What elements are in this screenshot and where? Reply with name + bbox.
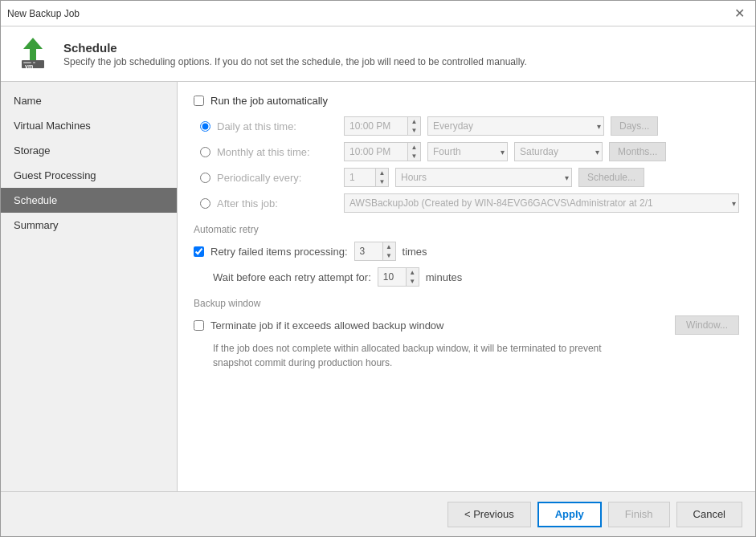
periodic-value-up[interactable]: ▲ [376, 169, 388, 177]
wait-value-spinner[interactable]: ▲ ▼ [407, 267, 419, 287]
daily-time-up[interactable]: ▲ [408, 117, 420, 126]
wait-value-field[interactable]: 10 [378, 267, 407, 287]
header-description: Specify the job scheduling options. If y… [63, 56, 527, 67]
terminate-checkbox[interactable] [194, 320, 204, 331]
daily-radio[interactable] [200, 121, 210, 132]
monthly-time-input-group: 10:00 PM ▲ ▼ [344, 142, 421, 161]
finish-button[interactable]: Finish [608, 502, 670, 527]
wait-row: Wait before each retry attempt for: 10 ▲… [194, 267, 739, 287]
wait-unit: minutes [426, 271, 463, 283]
monthly-dropdown1-wrapper: Fourth [427, 142, 508, 161]
sidebar: Name Virtual Machines Storage Guest Proc… [1, 82, 178, 491]
sidebar-item-storage[interactable]: Storage [1, 138, 177, 163]
periodic-value-group: 1 ▲ ▼ [344, 168, 389, 187]
retry-up[interactable]: ▲ [383, 242, 395, 251]
periodic-row: Periodically every: 1 ▲ ▼ Hours [200, 168, 739, 187]
periodic-value-field[interactable]: 1 [344, 168, 376, 187]
svg-marker-0 [23, 38, 43, 60]
footer: < Previous Apply Finish Cancel [1, 491, 755, 536]
monthly-row: Monthly at this time: 10:00 PM ▲ ▼ Fourt… [200, 142, 739, 161]
after-job-radio[interactable] [200, 198, 210, 209]
retry-unit: times [403, 246, 427, 258]
wait-label: Wait before each retry attempt for: [213, 271, 371, 283]
sidebar-item-schedule[interactable]: Schedule [1, 188, 177, 213]
monthly-time-down[interactable]: ▼ [408, 152, 420, 161]
retry-row: Retry failed items processing: 3 ▲ ▼ tim… [194, 242, 739, 261]
sidebar-item-name[interactable]: Name [1, 88, 177, 113]
daily-row: Daily at this time: 10:00 PM ▲ ▼ Everyda… [200, 116, 739, 136]
after-job-dropdown[interactable]: AWSBackupJob (Created by WIN-84EVG6GACVS… [344, 193, 739, 213]
monthly-dropdown2[interactable]: Saturday [514, 142, 603, 161]
schedule-button[interactable]: Schedule... [578, 168, 644, 187]
after-job-label[interactable]: After this job: [217, 197, 337, 210]
header-text: Schedule Specify the job scheduling opti… [63, 41, 527, 67]
sidebar-item-summary[interactable]: Summary [1, 213, 177, 238]
auto-retry-section: Retry failed items processing: 3 ▲ ▼ tim… [194, 242, 739, 287]
monthly-time-up[interactable]: ▲ [408, 143, 420, 152]
daily-dropdown-wrapper: Everyday [427, 116, 604, 136]
backup-window-desc: If the job does not complete within allo… [213, 341, 615, 370]
terminate-label[interactable]: Terminate job if it exceeds allowed back… [210, 319, 444, 332]
retry-value-spinner[interactable]: ▲ ▼ [383, 242, 396, 261]
daily-time-down[interactable]: ▼ [408, 126, 420, 135]
retry-checkbox[interactable] [194, 246, 204, 257]
window-button[interactable]: Window... [675, 315, 739, 335]
wait-up[interactable]: ▲ [407, 268, 419, 277]
daily-time-spinner[interactable]: ▲ ▼ [408, 116, 421, 136]
periodic-label[interactable]: Periodically every: [217, 172, 337, 184]
main-content: Run the job automatically Daily at this … [178, 82, 755, 491]
body-area: Name Virtual Machines Storage Guest Proc… [1, 82, 755, 491]
periodic-dropdown[interactable]: Hours [395, 168, 572, 187]
monthly-dropdown1[interactable]: Fourth [427, 142, 508, 161]
retry-down[interactable]: ▼ [383, 251, 395, 260]
run-auto-checkbox[interactable] [194, 96, 204, 106]
periodic-value-down[interactable]: ▼ [376, 177, 388, 186]
apply-button[interactable]: Apply [537, 502, 602, 527]
periodic-dropdown-wrapper: Hours [395, 168, 572, 187]
backup-window-divider: Backup window [194, 298, 739, 309]
days-button[interactable]: Days... [611, 116, 658, 136]
retry-label[interactable]: Retry failed items processing: [210, 246, 348, 258]
monthly-dropdown2-wrapper: Saturday [514, 142, 603, 161]
header-area: vm Schedule Specify the job scheduling o… [1, 26, 755, 82]
schedule-options: Daily at this time: 10:00 PM ▲ ▼ Everyda… [194, 116, 739, 213]
periodic-value-spinner[interactable]: ▲ ▼ [376, 168, 389, 187]
auto-retry-divider: Automatic retry [194, 224, 739, 235]
run-auto-row: Run the job automatically [194, 95, 739, 107]
monthly-time-field[interactable]: 10:00 PM [344, 142, 408, 161]
sidebar-item-guest-processing[interactable]: Guest Processing [1, 163, 177, 188]
main-window: New Backup Job ✕ vm Schedule Specify the… [0, 0, 756, 537]
vm-icon: vm [14, 35, 52, 73]
months-button[interactable]: Months... [609, 142, 666, 161]
close-button[interactable]: ✕ [729, 4, 749, 23]
monthly-radio[interactable] [200, 147, 210, 157]
previous-button[interactable]: < Previous [447, 502, 531, 527]
daily-dropdown[interactable]: Everyday [427, 116, 604, 136]
svg-rect-3 [33, 62, 35, 63]
after-job-row: After this job: AWSBackupJob (Created by… [200, 193, 739, 213]
backup-window-section: Terminate job if it exceeds allowed back… [194, 315, 739, 370]
run-auto-label[interactable]: Run the job automatically [210, 95, 328, 107]
retry-value-field[interactable]: 3 [354, 242, 383, 261]
monthly-time-spinner[interactable]: ▲ ▼ [408, 142, 421, 161]
title-bar: New Backup Job ✕ [1, 1, 755, 26]
retry-value-group: 3 ▲ ▼ [354, 242, 396, 261]
window-title: New Backup Job [7, 8, 80, 19]
wait-value-group: 10 ▲ ▼ [378, 267, 419, 287]
wait-down[interactable]: ▼ [407, 277, 419, 286]
monthly-label[interactable]: Monthly at this time: [217, 146, 337, 158]
daily-time-field[interactable]: 10:00 PM [344, 116, 408, 136]
periodic-radio[interactable] [200, 173, 210, 183]
daily-time-input-group: 10:00 PM ▲ ▼ [344, 116, 421, 136]
after-job-dropdown-wrapper: AWSBackupJob (Created by WIN-84EVG6GACVS… [344, 193, 739, 213]
terminate-row: Terminate job if it exceeds allowed back… [194, 315, 739, 335]
daily-label[interactable]: Daily at this time: [217, 120, 337, 132]
svg-text:vm: vm [25, 63, 33, 69]
cancel-button[interactable]: Cancel [676, 502, 742, 527]
header-title: Schedule [63, 41, 527, 55]
sidebar-item-virtual-machines[interactable]: Virtual Machines [1, 113, 177, 138]
